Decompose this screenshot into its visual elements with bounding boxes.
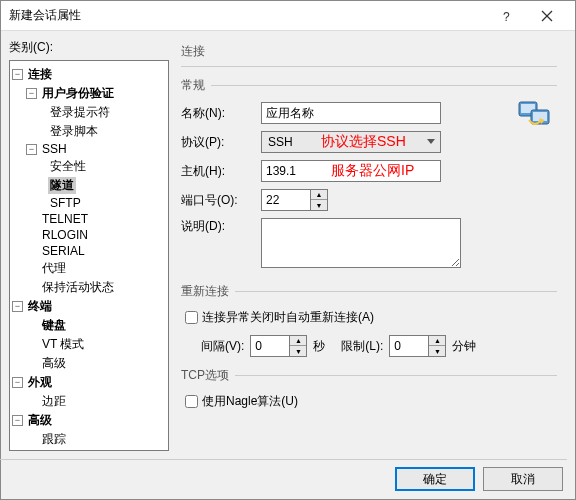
- dialog-window: 新建会话属性 ? 类别(C): −连接 −用户身份验证 登录提示符 登录脚本 −…: [0, 0, 576, 500]
- limit-spinner[interactable]: ▲▼: [389, 335, 446, 357]
- desc-textarea[interactable]: [261, 218, 461, 268]
- collapse-icon[interactable]: −: [12, 69, 23, 80]
- tree-item-keyboard[interactable]: 键盘: [12, 316, 166, 335]
- seconds-label: 秒: [313, 338, 325, 355]
- content-area: 类别(C): −连接 −用户身份验证 登录提示符 登录脚本 −SSH 安全性 隧…: [1, 31, 575, 459]
- titlebar: 新建会话属性 ?: [1, 1, 575, 31]
- category-label: 类别(C):: [9, 39, 169, 56]
- tree-item-serial[interactable]: SERIAL: [12, 243, 166, 259]
- protocol-value: SSH: [268, 135, 293, 149]
- spin-up-icon[interactable]: ▲: [311, 190, 327, 200]
- interval-label: 间隔(V):: [201, 338, 244, 355]
- row-host: 主机(H): 服务器公网IP: [181, 160, 557, 182]
- general-group-header: 常规: [181, 77, 557, 94]
- tree-item-keepalive[interactable]: 保持活动状态: [12, 278, 166, 297]
- annotation-host: 服务器公网IP: [331, 162, 414, 180]
- host-label: 主机(H):: [181, 163, 261, 180]
- interval-spinner[interactable]: ▲▼: [250, 335, 307, 357]
- tree-item-telnet[interactable]: TELNET: [12, 211, 166, 227]
- interval-input[interactable]: [250, 335, 290, 357]
- limit-input[interactable]: [389, 335, 429, 357]
- row-nagle: 使用Nagle算法(U): [181, 392, 557, 411]
- name-label: 名称(N):: [181, 105, 261, 122]
- row-intervals: 间隔(V): ▲▼ 秒 限制(L): ▲▼ 分钟: [201, 335, 557, 357]
- footer: 确定 取消: [395, 467, 563, 491]
- port-label: 端口号(O):: [181, 192, 261, 209]
- nagle-checkbox[interactable]: [185, 395, 198, 408]
- protocol-label: 协议(P):: [181, 134, 261, 151]
- divider: [0, 459, 567, 460]
- tree-item-prompt[interactable]: 登录提示符: [12, 103, 166, 122]
- spin-down-icon[interactable]: ▼: [429, 346, 445, 356]
- svg-marker-3: [427, 139, 435, 144]
- port-spinner[interactable]: ▲▼: [261, 189, 328, 211]
- row-protocol: 协议(P): SSH 协议选择SSH: [181, 131, 557, 153]
- tree-item-connect[interactable]: −连接: [12, 65, 166, 84]
- row-name: 名称(N):: [181, 102, 557, 124]
- tree-item-auth[interactable]: −用户身份验证: [12, 84, 166, 103]
- window-title: 新建会话属性: [9, 7, 487, 24]
- tree-item-log[interactable]: 日志记录: [12, 449, 166, 451]
- row-port: 端口号(O): ▲▼: [181, 189, 557, 211]
- auto-reconnect-label: 连接异常关闭时自动重新连接(A): [202, 309, 374, 326]
- limit-label: 限制(L):: [341, 338, 383, 355]
- nagle-label: 使用Nagle算法(U): [202, 393, 298, 410]
- tree-item-adv2[interactable]: −高级: [12, 411, 166, 430]
- right-pane: 连接 常规 名称(N): 协议(P): SSH 协议选择SSH 主机(H): 服…: [177, 39, 567, 451]
- cancel-button[interactable]: 取消: [483, 467, 563, 491]
- computers-icon: [515, 96, 555, 136]
- divider: [181, 66, 557, 67]
- spin-up-icon[interactable]: ▲: [429, 336, 445, 346]
- tree-item-advanced[interactable]: 高级: [12, 354, 166, 373]
- tree-item-terminal[interactable]: −终端: [12, 297, 166, 316]
- tree-item-sftp[interactable]: SFTP: [12, 195, 166, 211]
- auto-reconnect-checkbox[interactable]: [185, 311, 198, 324]
- collapse-icon[interactable]: −: [12, 301, 23, 312]
- left-pane: 类别(C): −连接 −用户身份验证 登录提示符 登录脚本 −SSH 安全性 隧…: [9, 39, 169, 451]
- collapse-icon[interactable]: −: [12, 415, 23, 426]
- close-button[interactable]: [527, 2, 567, 30]
- name-input[interactable]: [261, 102, 441, 124]
- row-auto-reconnect: 连接异常关闭时自动重新连接(A): [181, 308, 557, 327]
- spin-down-icon[interactable]: ▼: [290, 346, 306, 356]
- tree-item-appearance[interactable]: −外观: [12, 373, 166, 392]
- tree-item-tunnel[interactable]: 隧道: [12, 176, 166, 195]
- desc-label: 说明(D):: [181, 218, 261, 235]
- reconnect-group-header: 重新连接: [181, 283, 557, 300]
- spin-down-icon[interactable]: ▼: [311, 200, 327, 210]
- row-desc: 说明(D):: [181, 218, 557, 268]
- port-input[interactable]: [261, 189, 311, 211]
- svg-text:?: ?: [503, 10, 510, 23]
- close-icon: [541, 10, 553, 22]
- annotation-protocol: 协议选择SSH: [321, 133, 406, 151]
- collapse-icon[interactable]: −: [26, 88, 37, 99]
- collapse-icon[interactable]: −: [12, 377, 23, 388]
- collapse-icon[interactable]: −: [26, 144, 37, 155]
- spin-up-icon[interactable]: ▲: [290, 336, 306, 346]
- tree-item-script[interactable]: 登录脚本: [12, 122, 166, 141]
- tree-item-trace[interactable]: 跟踪: [12, 430, 166, 449]
- help-button[interactable]: ?: [487, 2, 527, 30]
- tree-item-margin[interactable]: 边距: [12, 392, 166, 411]
- chevron-down-icon: [426, 136, 436, 146]
- tree-item-vt[interactable]: VT 模式: [12, 335, 166, 354]
- category-tree[interactable]: −连接 −用户身份验证 登录提示符 登录脚本 −SSH 安全性 隧道 SFTP …: [9, 60, 169, 451]
- tree-item-ssh[interactable]: −SSH: [12, 141, 166, 157]
- panel-header: 连接: [181, 43, 557, 60]
- minutes-label: 分钟: [452, 338, 476, 355]
- tree-item-security[interactable]: 安全性: [12, 157, 166, 176]
- tree-item-proxy[interactable]: 代理: [12, 259, 166, 278]
- question-icon: ?: [501, 9, 513, 23]
- tree-item-rlogin[interactable]: RLOGIN: [12, 227, 166, 243]
- tcp-group-header: TCP选项: [181, 367, 557, 384]
- ok-button[interactable]: 确定: [395, 467, 475, 491]
